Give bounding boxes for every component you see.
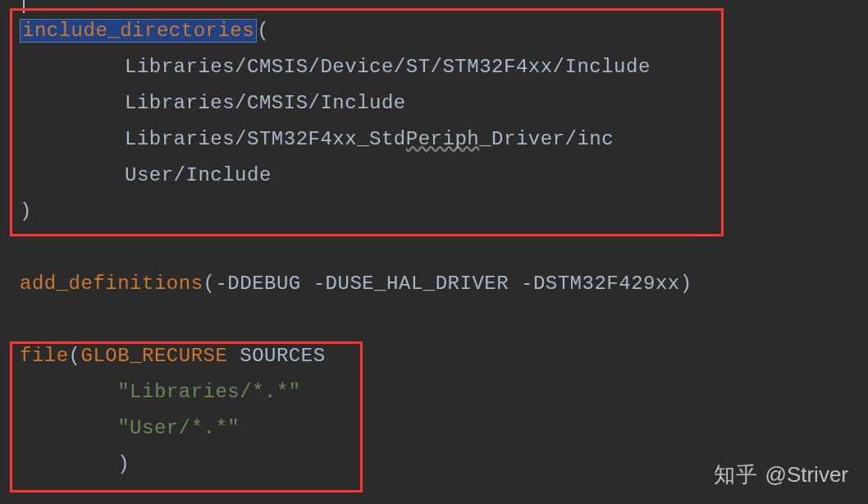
paren-close: ) <box>20 200 32 222</box>
string-libraries-glob: "Libraries/*.*" <box>117 381 301 403</box>
path-stdperiph-part2: _Driver/inc <box>479 128 614 150</box>
text-cursor-top <box>23 0 25 13</box>
indent <box>20 381 117 403</box>
definitions-args: -DDEBUG -DUSE_HAL_DRIVER -DSTM32F429xx <box>215 273 679 295</box>
paren-close: ) <box>680 273 692 295</box>
path-cmsis-include: Libraries/CMSIS/Include <box>125 92 406 114</box>
path-cmsis-device: Libraries/CMSIS/Device/ST/STM32F4xx/Incl… <box>125 56 651 78</box>
code-line-10[interactable]: file(GLOB_RECURSE SOURCES <box>20 338 848 374</box>
paren-close: ) <box>117 453 130 475</box>
keyword-include-directories[interactable]: include_directories <box>20 19 257 43</box>
code-line-3[interactable]: Libraries/CMSIS/Include <box>20 85 848 121</box>
path-stdperiph-part1: Libraries/STM32F4xx_Std <box>125 128 406 150</box>
keyword-file: file <box>20 345 69 367</box>
code-line-7-blank[interactable] <box>20 230 848 266</box>
variable-sources: SOURCES <box>227 345 325 367</box>
code-line-5[interactable]: User/Include <box>20 158 848 194</box>
code-line-11[interactable]: "Libraries/*.*" <box>20 374 848 410</box>
code-line-6[interactable]: ) <box>20 194 848 230</box>
code-line-12[interactable]: "User/*.*" <box>20 410 848 447</box>
path-user-include: User/Include <box>125 164 272 186</box>
paren-open: ( <box>69 345 81 367</box>
watermark-author: @Striver <box>765 462 848 488</box>
code-line-8[interactable]: add_definitions(-DDEBUG -DUSE_HAL_DRIVER… <box>20 266 848 302</box>
path-stdperiph-squiggle: Periph <box>406 128 479 150</box>
code-line-9-blank[interactable] <box>20 302 848 338</box>
code-line-1[interactable]: include_directories( <box>20 13 848 49</box>
indent <box>20 453 117 475</box>
paren-open: ( <box>203 273 216 295</box>
keyword-add-definitions: add_definitions <box>20 273 203 295</box>
code-editor[interactable]: include_directories( Libraries/CMSIS/Dev… <box>0 0 868 496</box>
keyword-glob-recurse: GLOB_RECURSE <box>81 345 228 367</box>
indent <box>20 417 117 439</box>
code-line-2[interactable]: Libraries/CMSIS/Device/ST/STM32F4xx/Incl… <box>20 49 848 85</box>
watermark: 知乎 @Striver <box>714 460 848 489</box>
zhihu-logo: 知乎 <box>714 460 758 489</box>
string-user-glob: "User/*.*" <box>117 417 240 439</box>
paren-open: ( <box>257 20 269 42</box>
code-line-4[interactable]: Libraries/STM32F4xx_StdPeriph_Driver/inc <box>20 121 848 158</box>
